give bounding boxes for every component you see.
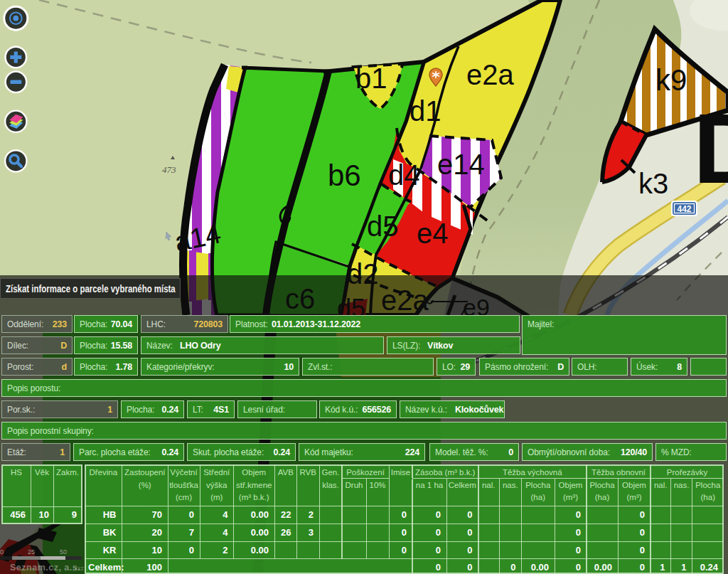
svg-text:e4: e4 (417, 218, 449, 249)
svg-text:e2a: e2a (466, 59, 514, 90)
svg-text:442: 442 (677, 204, 691, 214)
svg-text:d4: d4 (388, 159, 420, 191)
svg-text:473: 473 (162, 164, 176, 175)
svg-text:d1: d1 (410, 95, 441, 127)
svg-text:b1: b1 (355, 63, 387, 94)
svg-text:d5: d5 (367, 211, 399, 242)
svg-text:D: D (693, 92, 728, 204)
svg-text:b6: b6 (328, 159, 361, 192)
svg-text:k9: k9 (655, 63, 687, 97)
svg-text:e14: e14 (437, 149, 485, 180)
svg-text:k3: k3 (638, 168, 668, 199)
